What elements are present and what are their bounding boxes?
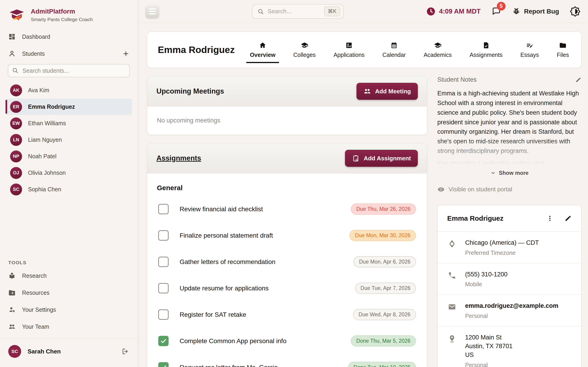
timezone-label: Preferred Timezone bbox=[465, 250, 539, 256]
assignment-checkbox[interactable] bbox=[158, 257, 169, 267]
folder-icon bbox=[559, 42, 567, 49]
theme-toggle-icon[interactable] bbox=[570, 6, 580, 17]
kebab-menu-icon[interactable] bbox=[546, 215, 553, 222]
student-row-ava-kim[interactable]: AK Ava Kim bbox=[6, 82, 132, 98]
show-more-button[interactable]: Show more bbox=[437, 170, 582, 176]
tab-essays[interactable]: Essays bbox=[519, 41, 541, 59]
assignment-group-title: General bbox=[157, 184, 417, 192]
tab-colleges[interactable]: Colleges bbox=[292, 41, 317, 59]
assignment-label[interactable]: Complete Common App personal info bbox=[180, 337, 286, 345]
tab-label: Essays bbox=[520, 52, 539, 58]
assignment-checkbox-checked[interactable] bbox=[158, 336, 169, 346]
assignment-label[interactable]: Review financial aid checklist bbox=[180, 206, 263, 213]
chevron-down-icon bbox=[490, 170, 496, 176]
due-date-badge: Due Tue, Apr 7, 2026 bbox=[355, 283, 416, 294]
notes-teaser-text: Key strengths: Leadership, writing, and bbox=[437, 159, 582, 168]
time-display[interactable]: 4:09 AM MDT bbox=[426, 7, 481, 16]
messages-button[interactable]: 5 bbox=[492, 6, 501, 17]
tab-files[interactable]: Files bbox=[555, 41, 571, 59]
tab-label: Academics bbox=[424, 52, 451, 58]
assignment-row: Complete Common App personal info Done T… bbox=[157, 328, 417, 354]
avatar: SC bbox=[8, 345, 21, 358]
assignment-label[interactable]: Finalize personal statement draft bbox=[180, 232, 273, 239]
sidebar-item-dashboard[interactable]: Dashboard bbox=[0, 28, 138, 45]
due-date-badge: Due Mon, Mar 30, 2026 bbox=[349, 230, 416, 241]
person-icon bbox=[8, 50, 16, 57]
tab-overview[interactable]: Overview bbox=[248, 41, 277, 59]
sidebar-item-label: Your Settings bbox=[22, 307, 56, 313]
tab-label: Overview bbox=[250, 52, 275, 58]
sidebar-item-label: Dashboard bbox=[22, 33, 50, 40]
add-meeting-button[interactable]: Add Meeting bbox=[356, 83, 418, 100]
assignment-checkbox[interactable] bbox=[158, 309, 169, 320]
current-time: 4:09 AM MDT bbox=[439, 8, 481, 15]
edit-notes-icon[interactable] bbox=[575, 77, 582, 83]
portal-visibility-indicator: Visible on student portal bbox=[437, 186, 582, 193]
sidebar-item-research[interactable]: Research bbox=[0, 267, 138, 284]
portal-visibility-label: Visible on student portal bbox=[449, 186, 512, 193]
menu-button[interactable] bbox=[146, 5, 159, 18]
clock-icon bbox=[426, 7, 436, 16]
assignments-title[interactable]: Assignments bbox=[156, 154, 201, 162]
assignment-row: Request rec letter from Ms. Garcia Done … bbox=[157, 354, 417, 367]
add-student-icon[interactable] bbox=[122, 50, 129, 57]
avatar: EW bbox=[10, 117, 22, 129]
global-search-input[interactable] bbox=[268, 8, 320, 15]
student-search-input[interactable] bbox=[8, 64, 130, 77]
assignment-label[interactable]: Update resume for applications bbox=[180, 285, 269, 292]
assignment-label[interactable]: Register for SAT retake bbox=[180, 311, 246, 318]
sidebar-item-your-settings[interactable]: Your Settings bbox=[0, 301, 138, 318]
student-row-olivia-johnson[interactable]: OJ Olivia Johnson bbox=[6, 165, 132, 181]
notes-text: Emma is a high-achieving student at West… bbox=[437, 89, 582, 156]
contact-card: Emma Rodriguez Chicago (America) — CDT P… bbox=[437, 205, 582, 367]
global-search: ⌘K bbox=[252, 4, 344, 19]
calendar-icon bbox=[390, 42, 398, 49]
email-value[interactable]: emma.rodriguez@example.com bbox=[465, 302, 558, 310]
mail-icon bbox=[448, 303, 456, 311]
add-assignment-button[interactable]: Add Assignment bbox=[345, 150, 418, 167]
meetings-empty-state: No upcoming meetings bbox=[147, 106, 427, 135]
student-row-ethan-williams[interactable]: EW Ethan Williams bbox=[6, 115, 132, 131]
groups-icon bbox=[363, 87, 371, 95]
main-content: Emma Rodriguez Overview Colleges Applica… bbox=[138, 23, 588, 367]
assignments-card: Assignments Add Assignment General Revie… bbox=[147, 143, 427, 367]
page-title: Emma Rodriguez bbox=[158, 44, 235, 55]
assignment-checkbox[interactable] bbox=[158, 204, 169, 214]
phone-icon bbox=[448, 271, 456, 280]
sidebar-item-label: Research bbox=[22, 273, 47, 279]
report-bug-label: Report Bug bbox=[524, 8, 559, 15]
sidebar-item-label: Your Team bbox=[22, 323, 49, 330]
tab-assignments[interactable]: Assignments bbox=[468, 41, 504, 59]
user-name: Sarah Chen bbox=[27, 348, 61, 355]
phone-value: (555) 310-1200 bbox=[465, 270, 508, 279]
student-row-emma-rodriguez[interactable]: ER Emma Rodriguez bbox=[6, 99, 132, 115]
tools-heading: TOOLS bbox=[0, 254, 138, 267]
group-icon bbox=[8, 323, 16, 330]
logout-icon[interactable] bbox=[121, 348, 129, 355]
assignment-label[interactable]: Gather letters of recommendation bbox=[180, 258, 275, 266]
sidebar-item-your-team[interactable]: Your Team bbox=[0, 318, 138, 335]
assignment-checkbox[interactable] bbox=[158, 230, 169, 241]
sidebar-item-students[interactable]: Students bbox=[0, 45, 138, 62]
assignment-label[interactable]: Request rec letter from Ms. Garcia bbox=[180, 364, 278, 367]
research-icon bbox=[8, 272, 16, 279]
edit-note-icon bbox=[526, 42, 533, 49]
edit-contact-icon[interactable] bbox=[564, 215, 572, 222]
tab-calendar[interactable]: Calendar bbox=[380, 41, 407, 59]
search-icon bbox=[12, 67, 18, 74]
assignment-checkbox-checked[interactable] bbox=[158, 362, 169, 367]
student-row-noah-patel[interactable]: NP Noah Patel bbox=[6, 148, 132, 165]
assignment-checkbox[interactable] bbox=[158, 283, 169, 293]
student-notes-body: Emma is a high-achieving student at West… bbox=[437, 89, 582, 168]
tab-academics[interactable]: Academics bbox=[422, 41, 453, 59]
current-user: SC Sarah Chen bbox=[0, 338, 138, 367]
sidebar-item-resources[interactable]: Resources bbox=[0, 284, 138, 301]
student-row-liam-nguyen[interactable]: LN Liam Nguyen bbox=[6, 132, 132, 148]
student-row-sophia-chen[interactable]: SC Sophia Chen bbox=[6, 181, 132, 198]
tab-applications[interactable]: Applications bbox=[332, 41, 366, 59]
brand-name: AdmitPlatform bbox=[31, 8, 93, 15]
home-icon bbox=[259, 42, 267, 49]
report-bug-button[interactable]: Report Bug bbox=[512, 7, 559, 16]
student-name: Ethan Williams bbox=[28, 120, 66, 127]
student-header-card: Emma Rodriguez Overview Colleges Applica… bbox=[147, 32, 582, 68]
